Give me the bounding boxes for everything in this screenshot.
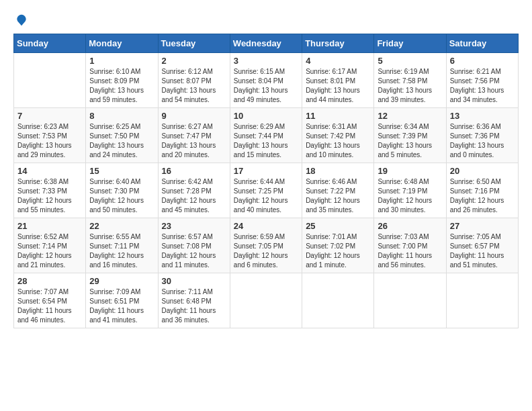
- week-row-5: 28Sunrise: 7:07 AMSunset: 6:54 PMDayligh…: [14, 273, 519, 328]
- day-number: 20: [450, 166, 515, 176]
- calendar-cell: 29Sunrise: 7:09 AMSunset: 6:51 PMDayligh…: [86, 273, 158, 328]
- calendar-cell: 4Sunrise: 6:17 AMSunset: 8:01 PMDaylight…: [302, 53, 374, 108]
- calendar-cell: 20Sunrise: 6:50 AMSunset: 7:16 PMDayligh…: [446, 163, 518, 218]
- day-info: Sunrise: 6:52 AMSunset: 7:14 PMDaylight:…: [17, 232, 82, 270]
- calendar-cell: 6Sunrise: 6:21 AMSunset: 7:56 PMDaylight…: [446, 53, 518, 108]
- calendar-cell: 17Sunrise: 6:44 AMSunset: 7:25 PMDayligh…: [230, 163, 302, 218]
- day-info: Sunrise: 6:46 AMSunset: 7:22 PMDaylight:…: [306, 177, 370, 215]
- day-number: 11: [306, 111, 370, 121]
- day-info: Sunrise: 7:07 AMSunset: 6:54 PMDaylight:…: [17, 287, 82, 325]
- day-number: 26: [378, 221, 442, 231]
- day-number: 29: [89, 276, 154, 286]
- calendar-cell: 1Sunrise: 6:10 AMSunset: 8:09 PMDaylight…: [86, 53, 158, 108]
- day-info: Sunrise: 7:11 AMSunset: 6:48 PMDaylight:…: [162, 287, 226, 325]
- day-info: Sunrise: 7:09 AMSunset: 6:51 PMDaylight:…: [89, 287, 154, 325]
- day-header-monday: Monday: [86, 34, 158, 53]
- calendar-cell: [446, 273, 518, 328]
- day-number: 3: [234, 56, 298, 66]
- day-info: Sunrise: 6:27 AMSunset: 7:47 PMDaylight:…: [162, 122, 226, 160]
- day-number: 18: [306, 166, 370, 176]
- day-info: Sunrise: 6:34 AMSunset: 7:39 PMDaylight:…: [378, 122, 442, 160]
- day-info: Sunrise: 7:05 AMSunset: 6:57 PMDaylight:…: [450, 232, 515, 270]
- day-info: Sunrise: 6:44 AMSunset: 7:25 PMDaylight:…: [234, 177, 298, 215]
- day-info: Sunrise: 6:29 AMSunset: 7:44 PMDaylight:…: [234, 122, 298, 160]
- day-info: Sunrise: 6:55 AMSunset: 7:11 PMDaylight:…: [89, 232, 154, 270]
- day-number: 12: [378, 111, 442, 121]
- day-number: 16: [162, 166, 226, 176]
- day-info: Sunrise: 6:57 AMSunset: 7:08 PMDaylight:…: [162, 232, 226, 270]
- calendar-cell: 3Sunrise: 6:15 AMSunset: 8:04 PMDaylight…: [230, 53, 302, 108]
- day-info: Sunrise: 6:21 AMSunset: 7:56 PMDaylight:…: [450, 67, 515, 105]
- page-header: [13, 13, 519, 27]
- calendar-cell: 21Sunrise: 6:52 AMSunset: 7:14 PMDayligh…: [14, 218, 86, 273]
- calendar-cell: 11Sunrise: 6:31 AMSunset: 7:42 PMDayligh…: [302, 108, 374, 163]
- calendar-cell: 8Sunrise: 6:25 AMSunset: 7:50 PMDaylight…: [86, 108, 158, 163]
- day-number: 23: [162, 221, 226, 231]
- day-number: 19: [378, 166, 442, 176]
- day-header-thursday: Thursday: [302, 34, 374, 53]
- calendar-cell: 14Sunrise: 6:38 AMSunset: 7:33 PMDayligh…: [14, 163, 86, 218]
- day-number: 1: [89, 56, 154, 66]
- week-row-1: 1Sunrise: 6:10 AMSunset: 8:09 PMDaylight…: [14, 53, 519, 108]
- day-number: 22: [89, 221, 154, 231]
- calendar-cell: [302, 273, 374, 328]
- calendar-table: SundayMondayTuesdayWednesdayThursdayFrid…: [13, 34, 519, 328]
- day-info: Sunrise: 6:23 AMSunset: 7:53 PMDaylight:…: [17, 122, 82, 160]
- week-row-4: 21Sunrise: 6:52 AMSunset: 7:14 PMDayligh…: [14, 218, 519, 273]
- calendar-cell: 10Sunrise: 6:29 AMSunset: 7:44 PMDayligh…: [230, 108, 302, 163]
- day-number: 4: [306, 56, 370, 66]
- day-number: 13: [450, 111, 515, 121]
- day-info: Sunrise: 6:36 AMSunset: 7:36 PMDaylight:…: [450, 122, 515, 160]
- day-info: Sunrise: 6:48 AMSunset: 7:19 PMDaylight:…: [378, 177, 442, 215]
- day-number: 9: [162, 111, 226, 121]
- day-info: Sunrise: 6:12 AMSunset: 8:07 PMDaylight:…: [162, 67, 226, 105]
- day-info: Sunrise: 6:15 AMSunset: 8:04 PMDaylight:…: [234, 67, 298, 105]
- calendar-cell: [14, 53, 86, 108]
- calendar-cell: 26Sunrise: 7:03 AMSunset: 7:00 PMDayligh…: [374, 218, 446, 273]
- day-info: Sunrise: 6:40 AMSunset: 7:30 PMDaylight:…: [89, 177, 154, 215]
- calendar-cell: 2Sunrise: 6:12 AMSunset: 8:07 PMDaylight…: [158, 53, 230, 108]
- calendar-cell: 25Sunrise: 7:01 AMSunset: 7:02 PMDayligh…: [302, 218, 374, 273]
- calendar-cell: 22Sunrise: 6:55 AMSunset: 7:11 PMDayligh…: [86, 218, 158, 273]
- day-number: 14: [17, 166, 82, 176]
- calendar-cell: 18Sunrise: 6:46 AMSunset: 7:22 PMDayligh…: [302, 163, 374, 218]
- calendar-cell: 12Sunrise: 6:34 AMSunset: 7:39 PMDayligh…: [374, 108, 446, 163]
- week-row-3: 14Sunrise: 6:38 AMSunset: 7:33 PMDayligh…: [14, 163, 519, 218]
- day-info: Sunrise: 6:59 AMSunset: 7:05 PMDaylight:…: [234, 232, 298, 270]
- day-number: 7: [17, 111, 82, 121]
- calendar-header-row: SundayMondayTuesdayWednesdayThursdayFrid…: [14, 34, 519, 53]
- day-info: Sunrise: 7:01 AMSunset: 7:02 PMDaylight:…: [306, 232, 370, 270]
- day-number: 5: [378, 56, 442, 66]
- week-row-2: 7Sunrise: 6:23 AMSunset: 7:53 PMDaylight…: [14, 108, 519, 163]
- logo: [13, 13, 28, 27]
- calendar-cell: 24Sunrise: 6:59 AMSunset: 7:05 PMDayligh…: [230, 218, 302, 273]
- day-info: Sunrise: 6:31 AMSunset: 7:42 PMDaylight:…: [306, 122, 370, 160]
- day-info: Sunrise: 6:25 AMSunset: 7:50 PMDaylight:…: [89, 122, 154, 160]
- calendar-cell: 19Sunrise: 6:48 AMSunset: 7:19 PMDayligh…: [374, 163, 446, 218]
- day-number: 27: [450, 221, 515, 231]
- calendar-cell: 23Sunrise: 6:57 AMSunset: 7:08 PMDayligh…: [158, 218, 230, 273]
- calendar-cell: 7Sunrise: 6:23 AMSunset: 7:53 PMDaylight…: [14, 108, 86, 163]
- calendar-cell: 27Sunrise: 7:05 AMSunset: 6:57 PMDayligh…: [446, 218, 518, 273]
- day-number: 21: [17, 221, 82, 231]
- calendar-cell: [374, 273, 446, 328]
- day-number: 30: [162, 276, 226, 286]
- day-number: 10: [234, 111, 298, 121]
- calendar-cell: 28Sunrise: 7:07 AMSunset: 6:54 PMDayligh…: [14, 273, 86, 328]
- day-header-friday: Friday: [374, 34, 446, 53]
- day-info: Sunrise: 7:03 AMSunset: 7:00 PMDaylight:…: [378, 232, 442, 270]
- calendar-cell: 15Sunrise: 6:40 AMSunset: 7:30 PMDayligh…: [86, 163, 158, 218]
- day-info: Sunrise: 6:10 AMSunset: 8:09 PMDaylight:…: [89, 67, 154, 105]
- day-info: Sunrise: 6:17 AMSunset: 8:01 PMDaylight:…: [306, 67, 370, 105]
- calendar-cell: 9Sunrise: 6:27 AMSunset: 7:47 PMDaylight…: [158, 108, 230, 163]
- day-info: Sunrise: 6:38 AMSunset: 7:33 PMDaylight:…: [17, 177, 82, 215]
- logo-icon: [15, 13, 28, 27]
- calendar-cell: 5Sunrise: 6:19 AMSunset: 7:58 PMDaylight…: [374, 53, 446, 108]
- day-number: 2: [162, 56, 226, 66]
- day-number: 25: [306, 221, 370, 231]
- day-info: Sunrise: 6:42 AMSunset: 7:28 PMDaylight:…: [162, 177, 226, 215]
- day-number: 15: [89, 166, 154, 176]
- day-number: 6: [450, 56, 515, 66]
- day-number: 17: [234, 166, 298, 176]
- calendar-cell: [230, 273, 302, 328]
